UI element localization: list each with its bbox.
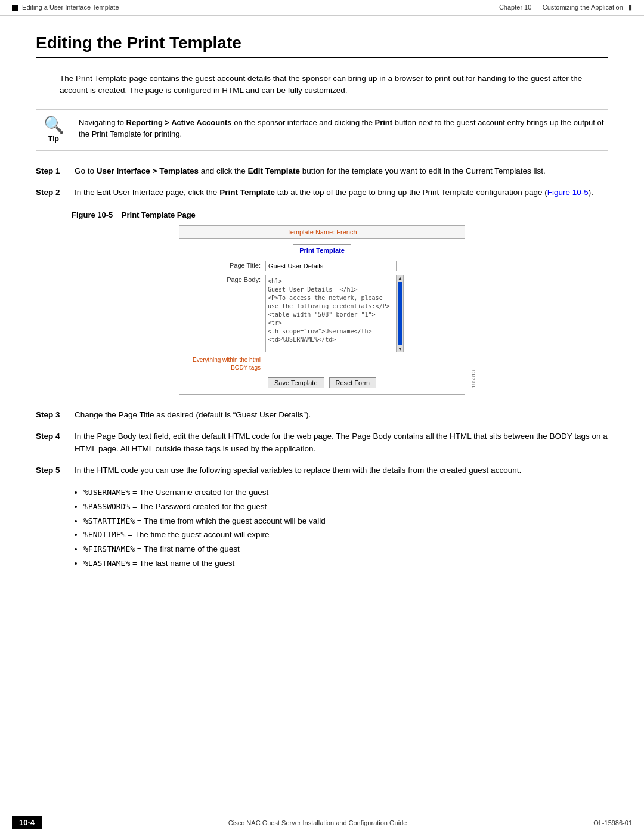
footer: 10-4 Cisco NAC Guest Server Installation… [0, 812, 644, 833]
scroll-thumb [398, 282, 402, 345]
step-3-label: Step 3 [36, 409, 69, 421]
step-4-content: In the Page Body text field, edit the de… [75, 431, 608, 455]
list-item: %ENDTIME% = The time the guest account w… [83, 528, 608, 541]
page-body-label: Page Body: [188, 275, 265, 283]
step-5-label: Step 5 [36, 465, 69, 476]
step-3-content: Change the Page Title as desired (defaul… [75, 409, 608, 421]
footer-right-text: OL-15986-01 [593, 819, 632, 826]
step-1: Step 1 Go to User Interface > Templates … [36, 165, 608, 177]
header-breadcrumb: Editing a User Interface Template [12, 4, 119, 11]
step-2-label: Step 2 [36, 187, 69, 199]
buttons-row: Save Template Reset Form [188, 377, 456, 388]
step-5: Step 5 In the HTML code you can use the … [36, 465, 608, 476]
list-item: %LASTNAME% = The last name of the guest [83, 557, 608, 570]
textarea-wrapper: <h1> Guest User Details </h1> <P>To acce… [265, 275, 404, 352]
save-template-button[interactable]: Save Template [268, 377, 324, 388]
figure-id: 185313 [470, 370, 476, 388]
step-3: Step 3 Change the Page Title as desired … [36, 409, 608, 421]
page-body-row: Page Body: <h1> Guest User Details </h1>… [188, 275, 456, 352]
header-chapter-info: Chapter 10 Customizing the Application ▮ [499, 4, 632, 11]
body-note-row: Everything within the htmlBODY tags [188, 356, 456, 371]
list-item: %PASSWORD% = The Password created for th… [83, 500, 608, 513]
step-4: Step 4 In the Page Body text field, edit… [36, 431, 608, 455]
list-item: %USERNAME% = The Username created for th… [83, 486, 608, 499]
tip-icon-area: 🔍 Tip [36, 117, 72, 143]
step-2: Step 2 In the Edit User Interface page, … [36, 187, 608, 199]
variables-list: %USERNAME% = The Username created for th… [83, 486, 608, 570]
step-1-label: Step 1 [36, 165, 69, 177]
header-bar: Editing a User Interface Template Chapte… [0, 0, 644, 16]
figure-container: Figure 10-5 Print Template Page ————————… [36, 210, 608, 395]
tip-icon: 🔍 [44, 117, 64, 134]
tip-box: 🔍 Tip Navigating to Reporting > Active A… [36, 109, 608, 151]
list-item: %STARTTIME% = The time from which the gu… [83, 515, 608, 528]
body-note: Everything within the htmlBODY tags [188, 356, 265, 371]
figure-link[interactable]: Figure 10-5 [547, 188, 589, 197]
scrollbar[interactable]: ▲ ▼ [397, 275, 404, 352]
page-title-label: Page Title: [188, 261, 265, 269]
scroll-up[interactable]: ▲ [398, 275, 402, 281]
step-4-label: Step 4 [36, 431, 69, 442]
screenshot-title-bar: ————————— Template Name: French ————————… [179, 226, 465, 239]
tip-label: Tip [48, 135, 59, 143]
page-title-row: Page Title: [188, 261, 456, 271]
figure-label: Figure 10-5 [72, 210, 122, 219]
page-body-textarea[interactable]: <h1> Guest User Details </h1> <P>To acce… [265, 275, 397, 352]
step-5-content: In the HTML code you can use the followi… [75, 465, 608, 476]
figure-caption: Figure 10-5 Print Template Page [72, 210, 608, 219]
footer-page-number: 10-4 [12, 816, 42, 829]
page-title-input[interactable] [265, 261, 397, 271]
step-2-content: In the Edit User Interface page, click t… [75, 187, 608, 199]
step-1-content: Go to User Interface > Templates and cli… [75, 165, 608, 177]
tip-text: Navigating to Reporting > Active Account… [79, 117, 608, 140]
list-item: %FIRSTNAME% = The first name of the gues… [83, 543, 608, 556]
main-content: Editing the Print Template The Print Tem… [0, 16, 644, 620]
scroll-down[interactable]: ▼ [398, 346, 402, 352]
footer-center-text: Cisco NAC Guest Server Installation and … [228, 819, 407, 826]
print-template-tab[interactable]: Print Template [293, 244, 351, 256]
intro-text: The Print Template page contains the gue… [60, 73, 596, 97]
screenshot-inner: Print Template Page Title: Page Body: <h… [179, 239, 465, 394]
reset-form-button[interactable]: Reset Form [329, 377, 376, 388]
page-title: Editing the Print Template [36, 33, 608, 58]
screenshot-box: ————————— Template Name: French ————————… [179, 225, 465, 395]
